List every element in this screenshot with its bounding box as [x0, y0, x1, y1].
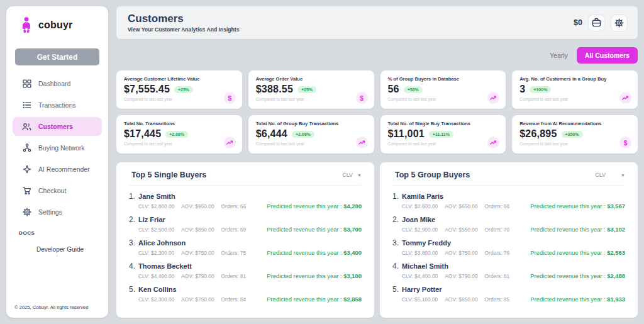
buyer-clv: CLV: $2.300.00: [138, 250, 174, 256]
sidebar-item-ai-recommender[interactable]: AI Recommender: [13, 160, 102, 179]
buyer-orders: Orders: 76: [485, 250, 510, 256]
sidebar-item-dashboard[interactable]: Dashboard: [13, 74, 102, 93]
buyer-clv: CLV: $2,300.00: [138, 296, 174, 303]
sidebar-item-label: Buying Network: [38, 144, 85, 152]
buyer-clv: CLV: $3,800.00: [402, 250, 438, 256]
stat-change-badge: +50%: [404, 86, 423, 93]
filter-bar: Yearly All Customers: [116, 47, 638, 64]
buyer-row: 2. Liz Friar CLV: $2,500.00 AOV: $850.00…: [129, 213, 362, 236]
panel-title: Top 5 Group Buyers: [392, 170, 470, 179]
top-single-buyers-panel: Top 5 Single Buyers CLV ▼ 1. Jane Smith …: [116, 162, 374, 318]
clv-sort-dropdown[interactable]: CLV ▼: [595, 172, 625, 178]
predicted-revenue: Predicted revenue this year : $3,700: [267, 226, 362, 233]
dollar-icon: $: [619, 137, 631, 148]
trend-icon: [224, 137, 236, 148]
stat-change-badge: +25%: [174, 86, 193, 93]
buyer-row: 5. Harry Potter CLV: $5,100.00 AOV: $850…: [392, 282, 625, 306]
sidebar-item-developer-guide[interactable]: Developer Guide: [36, 246, 108, 253]
stat-card-group-buyers-pct: % of Group Buyers in Database 56 +50% Co…: [380, 70, 506, 109]
clv-sort-dropdown[interactable]: CLV ▼: [342, 172, 362, 178]
trend-icon: [487, 137, 499, 148]
buyer-aov: AOV: $850.00: [445, 296, 477, 303]
cart-icon: [22, 186, 31, 196]
dollar-icon: $: [356, 92, 368, 104]
stat-note: Compared to last last year: [388, 142, 499, 146]
stat-note: Compared to last last year: [519, 97, 630, 101]
gear-icon: [614, 18, 624, 28]
buyer-name: Harry Potter: [402, 286, 442, 293]
settings-button[interactable]: [611, 14, 628, 31]
predicted-revenue: Predicted revenue this year : $3,400: [267, 249, 362, 256]
buyer-orders: Orders: 75: [221, 250, 247, 256]
buyer-clv: CLV: $2,500.00: [138, 226, 174, 233]
buyer-rank: 5.: [129, 285, 135, 294]
stat-card-ai-revenue: Revenue from AI Recommendations $26,895 …: [512, 115, 638, 154]
buyer-name: Liz Friar: [138, 216, 165, 223]
buyer-orders: Orders: 81: [221, 273, 247, 279]
predicted-revenue: Predicted revenue this year : $2,858: [267, 296, 362, 303]
buyer-name: Thomas Beckett: [138, 262, 192, 270]
sidebar: cobuyr Get Started Dashboard Transaction…: [6, 6, 108, 318]
predicted-revenue: Predicted revenue this year : $2,563: [530, 249, 625, 256]
sidebar-item-buying-network[interactable]: Buying Network: [13, 138, 102, 157]
buyer-clv: CLV: $2,800.00: [138, 203, 174, 209]
period-select[interactable]: Yearly: [550, 52, 568, 59]
predicted-revenue: Predicted revenue this year : $4,200: [267, 203, 362, 209]
buyer-clv: CLV: $4,400.00: [138, 273, 174, 279]
stat-value: $388.55: [256, 84, 293, 95]
buyer-row: 4. Thomas Beckett CLV: $4,400.00 AOV: $7…: [129, 259, 362, 282]
stats-grid: Average Customer Lifetime Value $7,555.4…: [116, 70, 638, 154]
stat-label: Total No. Transactions: [124, 121, 235, 126]
buyer-aov: AOV: $650.00: [445, 203, 477, 209]
chevron-down-icon: ▼: [357, 173, 362, 177]
buyer-name: Ken Collins: [138, 286, 177, 293]
buyer-rank: 1.: [129, 192, 135, 201]
stat-note: Compared to last last year: [388, 97, 499, 101]
sidebar-item-checkout[interactable]: Checkout: [13, 181, 102, 200]
sidebar-item-customers[interactable]: Customers: [13, 117, 102, 136]
network-icon: [22, 143, 31, 153]
sidebar-item-settings[interactable]: Settings: [13, 203, 102, 221]
buyer-row: 3. Tommy Freddy CLV: $3,800.00 AOV: $750…: [392, 236, 625, 259]
buyer-clv: CLV: $4,400.00: [402, 273, 438, 279]
stat-card-avg-order-value: Average Order Value $388.55 +25% Compare…: [248, 70, 374, 109]
predicted-revenue: Predicted revenue this year : $3,100: [267, 272, 362, 279]
sidebar-item-label: Transactions: [38, 101, 76, 109]
get-started-button[interactable]: Get Started: [15, 48, 99, 65]
buyer-row: 1. Kamila Paris CLV: $2,800.00 AOV: $650…: [392, 189, 625, 213]
sidebar-item-transactions[interactable]: Transactions: [13, 96, 102, 115]
stat-label: Revenue from AI Recommendations: [519, 121, 630, 126]
balance-amount: $0: [574, 18, 582, 27]
page-subtitle: View Your Customer Analytics And Insight…: [128, 26, 239, 33]
wallet-button[interactable]: [588, 14, 605, 31]
page-header-titles: Customers View Your Customer Analytics A…: [116, 13, 239, 33]
stat-change-badge: +2.08%: [292, 131, 314, 138]
stat-card-avg-clv: Average Customer Lifetime Value $7,555.4…: [116, 70, 242, 109]
person-logo-icon: [20, 17, 33, 33]
wallet-icon: [592, 18, 601, 27]
sidebar-item-label: AI Recommender: [38, 165, 90, 173]
stat-label: Average Customer Lifetime Value: [124, 76, 235, 82]
buyer-orders: Orders: 66: [221, 203, 247, 209]
buyer-rank: 4.: [129, 262, 135, 271]
predicted-revenue: Predicted revenue this year : $3,102: [530, 226, 625, 233]
sidebar-item-label: Settings: [38, 208, 62, 216]
sidebar-item-label: Checkout: [38, 187, 66, 194]
stat-change-badge: +11.11%: [429, 131, 453, 138]
buyer-orders: Orders: 85: [485, 296, 510, 303]
stat-change-badge: +350%: [562, 131, 583, 138]
buyer-orders: Orders: 70: [485, 226, 510, 233]
dollar-icon: $: [224, 92, 236, 104]
all-customers-button[interactable]: All Customers: [577, 47, 638, 64]
stat-note: Compared to last last year: [124, 97, 235, 101]
sidebar-item-label: Dashboard: [38, 80, 70, 87]
predicted-revenue: Predicted revenue this year : $2,488: [530, 272, 625, 279]
buyer-aov: AOV: $790.00: [181, 273, 214, 279]
sidebar-item-label: Customers: [38, 123, 73, 130]
transactions-list-icon: [22, 101, 31, 110]
buyer-orders: Orders: 81: [485, 273, 510, 279]
buyer-name: Tommy Freddy: [402, 239, 451, 247]
stat-value: $11,001: [388, 128, 425, 140]
buyer-rank: 5.: [392, 285, 399, 294]
stat-value: $17,445: [124, 128, 161, 140]
